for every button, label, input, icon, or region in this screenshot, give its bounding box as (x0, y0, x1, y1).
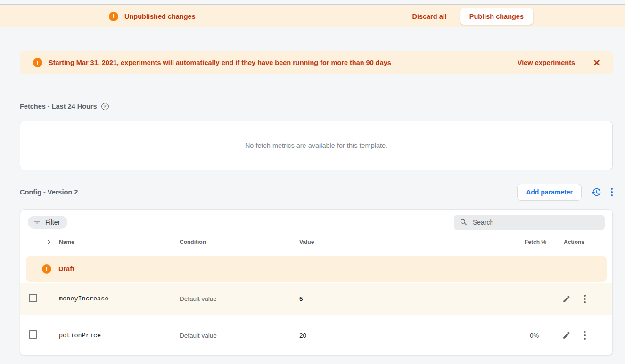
search-box (454, 215, 605, 230)
close-icon[interactable]: ✕ (593, 58, 600, 67)
parameter-value: 5 (299, 295, 513, 302)
view-experiments-link[interactable]: View experiments (518, 59, 575, 66)
version-history-icon[interactable] (591, 187, 601, 197)
edit-pencil-icon[interactable] (562, 295, 571, 303)
help-icon[interactable]: ? (101, 103, 109, 110)
warning-icon: ! (33, 58, 42, 67)
table-row: potionPrice Default value 20 0% (20, 315, 612, 355)
column-header-name: Name (59, 239, 180, 245)
filter-icon (33, 218, 41, 226)
no-metrics-message: No fetch metrics are available for this … (245, 142, 387, 149)
publish-changes-button[interactable]: Publish changes (460, 8, 533, 25)
config-menu-kebab-icon[interactable] (611, 188, 613, 196)
top-strip (0, 0, 625, 5)
add-parameter-button[interactable]: Add parameter (517, 184, 582, 201)
draft-banner: ! Draft (26, 256, 607, 282)
notice-message: Starting Mar 31, 2021, experiments will … (49, 59, 391, 66)
experiments-notice-banner: ! Starting Mar 31, 2021, experiments wil… (20, 51, 613, 74)
parameter-value: 20 (299, 332, 513, 339)
parameter-name: potionPrice (59, 332, 180, 339)
unpublished-changes-label: Unpublished changes (124, 13, 196, 20)
draft-label: Draft (58, 265, 74, 273)
search-icon (460, 218, 468, 226)
config-section-header: Config - Version 2 Add parameter (20, 184, 613, 201)
fetches-title-label: Fetches - Last 24 Hours (20, 103, 97, 110)
column-header-condition: Condition (180, 239, 299, 245)
warning-icon: ! (109, 12, 118, 21)
edit-pencil-icon[interactable] (562, 331, 571, 340)
row-checkbox[interactable] (29, 294, 37, 302)
unpublished-changes-bar: ! Unpublished changes Discard all Publis… (0, 5, 625, 27)
config-table-card: Filter Name Condition Value Fetch % Acti… (20, 209, 613, 356)
parameter-rows: moneyIncrease Default value 5 potionPric… (20, 283, 612, 355)
config-title-label: Config - Version 2 (20, 188, 78, 196)
filter-label: Filter (45, 218, 60, 226)
warning-icon: ! (42, 264, 51, 274)
table-row: moneyIncrease Default value 5 (20, 283, 612, 315)
row-checkbox[interactable] (29, 330, 37, 339)
parameter-name: moneyIncrease (59, 295, 180, 302)
fetches-section-title: Fetches - Last 24 Hours ? (20, 103, 613, 110)
table-header-row: Name Condition Value Fetch % Actions (20, 235, 612, 249)
parameter-condition: Default value (180, 295, 299, 302)
main-content: ! Starting Mar 31, 2021, experiments wil… (0, 51, 625, 356)
filter-chip[interactable]: Filter (28, 216, 67, 229)
column-header-actions: Actions (546, 239, 602, 245)
parameter-fetch-percent: 0% (513, 332, 546, 339)
table-toolbar: Filter (20, 210, 612, 235)
column-header-fetch: Fetch % (513, 239, 546, 245)
expand-all-chevron-icon[interactable] (45, 238, 59, 246)
column-header-value: Value (299, 239, 513, 245)
parameter-condition: Default value (180, 332, 299, 339)
config-title: Config - Version 2 (20, 188, 78, 196)
row-menu-kebab-icon[interactable] (584, 295, 586, 303)
fetch-metrics-card: No fetch metrics are available for this … (20, 121, 613, 170)
search-input[interactable] (473, 218, 599, 226)
row-menu-kebab-icon[interactable] (584, 331, 586, 340)
discard-all-button[interactable]: Discard all (412, 13, 446, 20)
